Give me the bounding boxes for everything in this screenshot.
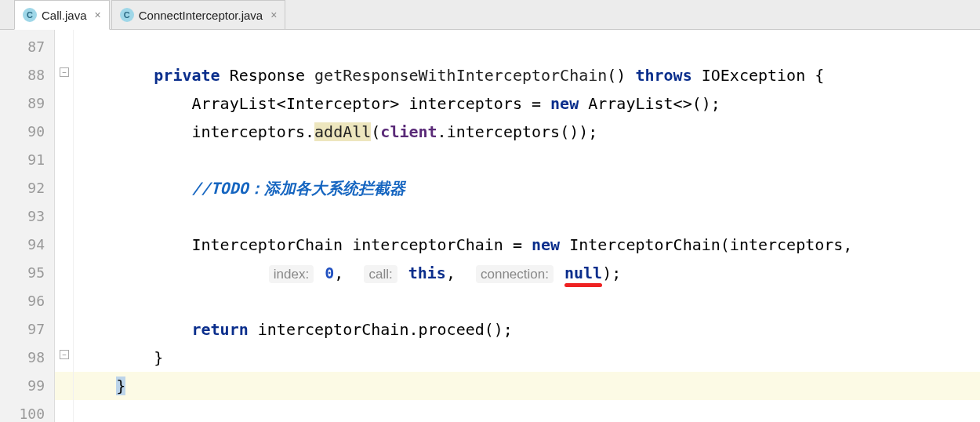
highlighted-method: addAll	[314, 122, 371, 141]
number-literal: 0	[325, 264, 334, 282]
line-number: 88	[6, 61, 45, 89]
todo-comment: //TODO：添加各大系统拦截器	[192, 179, 405, 198]
keyword: new	[550, 94, 579, 113]
keyword: this	[408, 264, 446, 282]
code-text: (	[371, 122, 380, 141]
keyword: return	[192, 320, 249, 339]
close-icon[interactable]: ×	[270, 9, 277, 21]
code-text: ()	[607, 66, 635, 85]
line-number: 93	[6, 202, 45, 231]
line-number: 87	[6, 33, 45, 61]
keyword: new	[532, 235, 560, 254]
tab-bar: C Call.java × C ConnectInterceptor.java …	[0, 0, 980, 30]
line-number: 100	[6, 400, 45, 422]
line-number: 91	[6, 146, 45, 174]
code-text: );	[602, 264, 621, 282]
line-number: 97	[6, 315, 45, 344]
code-text: interceptors.	[192, 122, 315, 141]
field-ref: client	[380, 122, 437, 141]
fold-expand-icon[interactable]: −	[60, 67, 69, 77]
code-line[interactable]: ArrayList<Interceptor> interceptors = ne…	[55, 89, 980, 118]
keyword: throws	[635, 66, 691, 85]
code-text: IOException {	[692, 66, 825, 85]
class-icon: C	[23, 8, 37, 22]
class-icon: C	[120, 8, 134, 22]
gutter: 87 88 89 90 91 92 93 94 95 96 97 98 99 1…	[0, 30, 55, 422]
tab-label: ConnectInterceptor.java	[139, 9, 263, 22]
code-text: ArrayList<>();	[579, 94, 720, 113]
method-name: getResponseWithInterceptorChain	[314, 66, 607, 85]
tab-connectinterceptor-java[interactable]: C ConnectInterceptor.java ×	[111, 0, 286, 29]
code-text: InterceptorChain interceptorChain =	[192, 235, 532, 254]
line-number: 96	[6, 287, 45, 315]
line-number: 95	[6, 259, 45, 287]
keyword: private	[154, 66, 220, 85]
code-line[interactable]	[55, 146, 980, 174]
fold-collapse-icon[interactable]: −	[60, 350, 69, 359]
code-line[interactable]: private Response getResponseWithIntercep…	[55, 61, 980, 89]
line-number: 90	[6, 118, 45, 146]
line-number: 99	[6, 372, 45, 400]
code-line-current[interactable]: }	[55, 372, 980, 400]
matched-brace: }	[116, 377, 125, 395]
param-hint: index:	[269, 265, 314, 283]
code-line[interactable]: InterceptorChain interceptorChain = new …	[55, 231, 980, 259]
code-text: Response	[220, 66, 314, 85]
tab-label: Call.java	[42, 9, 87, 22]
code-line[interactable]: return interceptorChain.proceed();	[55, 315, 980, 344]
code-text: ,	[334, 264, 362, 282]
code-line[interactable]: interceptors.addAll(client.interceptors(…	[55, 118, 980, 146]
code-line[interactable]: //TODO：添加各大系统拦截器	[55, 174, 980, 202]
param-hint: connection:	[476, 265, 554, 283]
tab-call-java[interactable]: C Call.java ×	[14, 0, 110, 30]
code-line[interactable]: }	[55, 344, 980, 372]
code-area[interactable]: − − private Response getResponseWithInte…	[55, 30, 980, 422]
line-number: 98	[6, 344, 45, 372]
fold-column: − −	[55, 30, 74, 422]
code-line[interactable]	[55, 287, 980, 315]
code-line[interactable]	[55, 400, 980, 422]
code-text: }	[154, 348, 163, 367]
code-text: InterceptorChain(interceptors,	[560, 235, 852, 254]
editor: 87 88 89 90 91 92 93 94 95 96 97 98 99 1…	[0, 30, 980, 422]
code-line[interactable]: index: 0, call: this, connection: null);	[55, 259, 980, 287]
code-line[interactable]	[55, 33, 980, 61]
line-number: 89	[6, 89, 45, 118]
code-text: ArrayList<Interceptor> interceptors =	[192, 94, 551, 113]
code-line[interactable]	[55, 202, 980, 231]
line-number: 94	[6, 231, 45, 259]
keyword-null-annotated: null	[564, 264, 602, 282]
line-number: 92	[6, 174, 45, 202]
code-text: interceptorChain.proceed();	[249, 320, 513, 339]
param-hint: call:	[364, 265, 397, 283]
close-icon[interactable]: ×	[95, 9, 101, 21]
code-text: ,	[446, 264, 474, 282]
code-text: .interceptors());	[437, 122, 598, 141]
